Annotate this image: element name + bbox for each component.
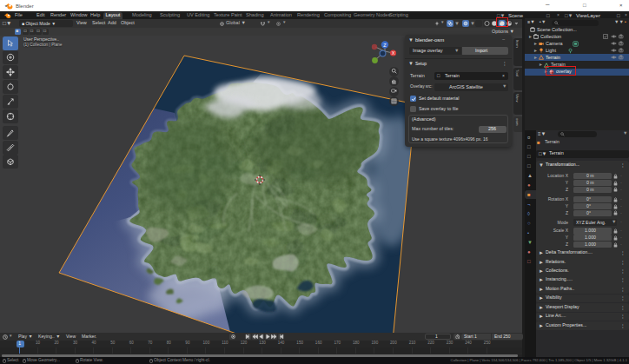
svg-text:X: X bbox=[392, 50, 395, 56]
